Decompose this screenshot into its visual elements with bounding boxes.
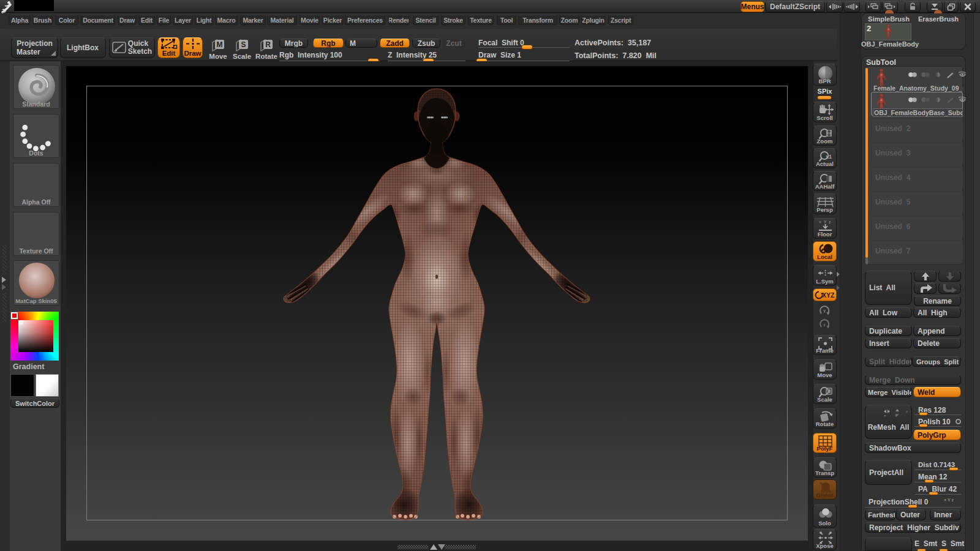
svg-text:×: × [819,220,821,224]
svg-text:× Y z: × Y z [944,498,954,502]
svg-text:Y: Y [895,414,897,418]
svg-text:Y: Y [823,309,826,313]
svg-text:z: z [829,220,831,224]
svg-text:×: × [884,414,886,418]
svg-text:Y: Y [824,220,827,224]
svg-text:R: R [265,40,271,49]
svg-text:x1: x1 [826,154,832,160]
svg-text:z: z [906,410,908,413]
svg-text:S: S [241,40,246,49]
svg-text:M: M [217,40,223,49]
svg-text:z: z [823,323,826,327]
